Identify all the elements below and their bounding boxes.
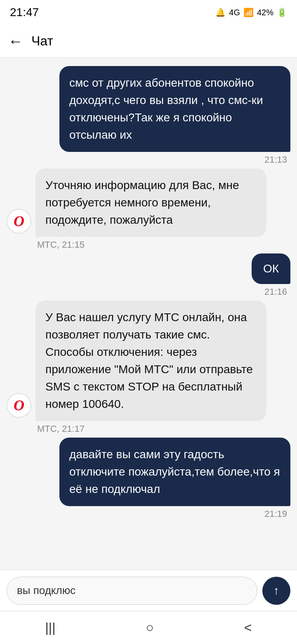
signal-icon: 📶 xyxy=(243,7,254,17)
send-button[interactable]: ↑ xyxy=(262,577,290,605)
back-button[interactable]: ← xyxy=(8,33,23,50)
message-1-text: смс от других абонентов спокойно доходят… xyxy=(69,76,263,141)
nav-home-button[interactable]: ○ xyxy=(146,620,153,635)
mts-avatar: O xyxy=(7,209,31,234)
message-3-text: ОК xyxy=(263,262,279,275)
notification-icon: 🔔 xyxy=(215,7,226,17)
network-icon: 4G xyxy=(229,8,240,17)
message-1-bubble: смс от других абонентов спокойно доходят… xyxy=(59,66,290,152)
nav-back-button[interactable]: < xyxy=(244,620,252,635)
message-5-bubble: давайте вы сами эту гадость отключите по… xyxy=(59,438,290,506)
header: ← Чат xyxy=(0,25,297,58)
chat-area: смс от других абонентов спокойно доходят… xyxy=(0,58,297,570)
mts-logo-2: O xyxy=(14,397,24,414)
message-4-bubble: У Вас нашел услугу МТС онлайн, она позво… xyxy=(35,301,266,421)
message-3-bubble: ОК xyxy=(252,253,290,284)
message-2-bubble: Уточняю информацию для Вас, мне потребуе… xyxy=(35,168,266,237)
status-bar: 21:47 🔔 4G 📶 42% 🔋 xyxy=(0,0,297,25)
battery-text: 42% xyxy=(257,8,273,17)
message-1: смс от других абонентов спокойно доходят… xyxy=(7,66,290,165)
message-4-text: У Вас нашел услугу МТС онлайн, она позво… xyxy=(45,311,253,410)
message-3-time: 21:16 xyxy=(264,286,287,297)
message-5-time: 21:19 xyxy=(264,509,287,519)
message-1-time: 21:13 xyxy=(264,154,287,165)
chat-title: Чат xyxy=(31,33,53,49)
message-2: O Уточняю информацию для Вас, мне потреб… xyxy=(7,168,290,250)
message-2-text: Уточняю информацию для Вас, мне потребуе… xyxy=(45,179,239,226)
mts-avatar-2: O xyxy=(7,393,31,418)
message-3: ОК 21:16 xyxy=(7,253,290,297)
message-input[interactable] xyxy=(7,577,257,605)
input-bar: ↑ xyxy=(0,570,297,611)
battery-icon: 🔋 xyxy=(277,7,287,17)
status-time: 21:47 xyxy=(10,6,39,19)
message-2-meta: МТС, 21:15 xyxy=(37,239,85,250)
message-4-meta: МТС, 21:17 xyxy=(37,424,85,434)
message-4: O У Вас нашел услугу МТС онлайн, она поз… xyxy=(7,301,290,434)
nav-menu-button[interactable]: ||| xyxy=(45,620,56,635)
bottom-nav: ||| ○ < xyxy=(0,611,297,644)
status-icons: 🔔 4G 📶 42% 🔋 xyxy=(215,7,287,17)
send-icon: ↑ xyxy=(273,584,279,597)
message-5: давайте вы сами эту гадость отключите по… xyxy=(7,438,290,519)
message-5-text: давайте вы сами эту гадость отключите по… xyxy=(69,448,280,495)
mts-logo: O xyxy=(14,213,24,230)
